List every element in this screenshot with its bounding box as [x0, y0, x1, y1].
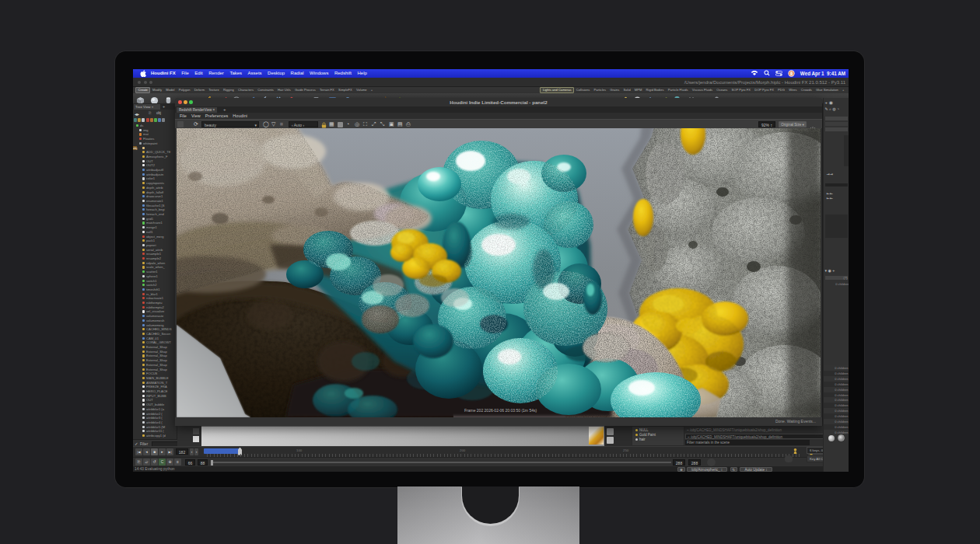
svg-text:Frame 202 2026-02-06 20:03: Frame 202 2026-02-06 20:03:50 (1m 54s) [464, 408, 537, 413]
